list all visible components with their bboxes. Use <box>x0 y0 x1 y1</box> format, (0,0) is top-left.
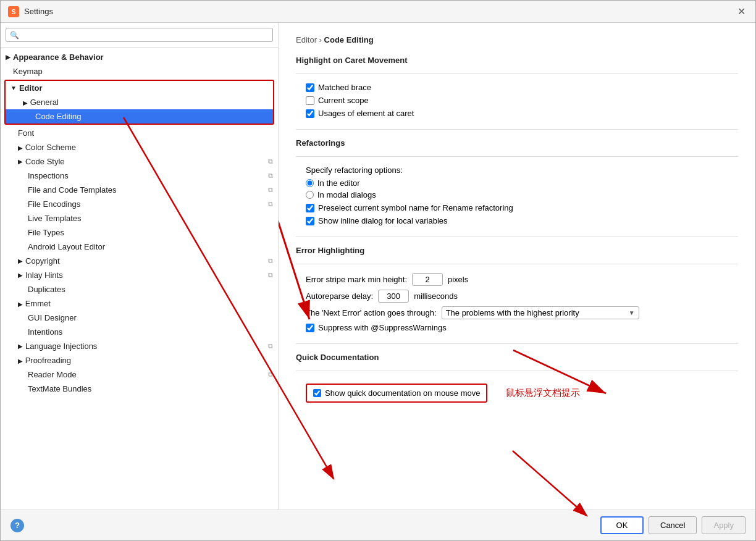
sidebar-item-inlay-hints[interactable]: ▶ Inlay Hints ⧉ <box>1 268 278 282</box>
chevron-right-icon: ▶ <box>23 99 28 106</box>
preselect-label[interactable]: Preselect current symbol name for Rename… <box>306 203 513 212</box>
sidebar-item-label: Editor <box>19 83 43 93</box>
close-button[interactable]: ✕ <box>735 4 748 19</box>
sidebar-item-textmate-bundles[interactable]: TextMate Bundles <box>1 382 278 396</box>
footer-buttons: OK Cancel Apply <box>600 516 746 534</box>
sidebar-item-live-templates[interactable]: Live Templates <box>1 211 278 225</box>
quick-doc-section: Quick Documentation Show quick documenta… <box>296 353 738 406</box>
current-scope-checkbox[interactable] <box>306 96 314 105</box>
quick-doc-checkbox[interactable] <box>313 389 321 397</box>
next-error-label: The 'Next Error' action goes through: <box>306 308 437 317</box>
help-button[interactable]: ? <box>10 519 24 532</box>
next-error-dropdown[interactable]: The problems with the highest priority ▼ <box>442 306 639 319</box>
quick-doc-label[interactable]: Show quick documentation on mouse move <box>313 388 480 398</box>
sidebar-item-color-scheme[interactable]: ▶ Color Scheme <box>1 140 278 154</box>
usages-label[interactable]: Usages of element at caret <box>306 109 414 118</box>
chevron-right-icon: ▶ <box>6 54 10 61</box>
show-inline-checkbox[interactable] <box>306 217 314 225</box>
sidebar-item-general[interactable]: ▶ General <box>6 95 273 109</box>
sidebar-item-code-editing[interactable]: Code Editing <box>6 109 273 124</box>
radio-modal[interactable] <box>306 191 314 199</box>
ok-button[interactable]: OK <box>600 516 644 534</box>
suppress-label[interactable]: Suppress with @SuppressWarnings <box>306 323 447 332</box>
radio-modal-label[interactable]: In modal dialogs <box>306 190 376 199</box>
sidebar-item-file-encodings[interactable]: File Encodings ⧉ <box>1 197 278 211</box>
sidebar-item-label: Inspections <box>28 171 69 180</box>
suppress-checkbox[interactable] <box>306 324 314 332</box>
sidebar-item-duplicates[interactable]: Duplicates <box>1 282 278 296</box>
usages-row: Usages of element at caret <box>306 109 738 118</box>
autoreparse-label: Autoreparse delay: <box>306 291 373 301</box>
sidebar-item-file-templates[interactable]: File and Code Templates ⧉ <box>1 183 278 197</box>
chevron-right-icon: ▶ <box>18 343 23 350</box>
sidebar-item-inspections[interactable]: Inspections ⧉ <box>1 169 278 183</box>
breadcrumb-current: Code Editing <box>324 35 374 44</box>
settings-tree: ▶ Appearance & Behavior Keymap ▼ Editor … <box>1 48 278 510</box>
sidebar-item-file-types[interactable]: File Types <box>1 225 278 240</box>
sidebar-item-code-style[interactable]: ▶ Code Style ⧉ <box>1 154 278 169</box>
autoreparse-row: Autoreparse delay: milliseconds <box>306 290 738 303</box>
suppress-text: Suppress with @SuppressWarnings <box>318 323 447 332</box>
stripe-input[interactable] <box>412 273 443 286</box>
current-scope-label[interactable]: Current scope <box>306 96 369 105</box>
sidebar-item-label: File Encodings <box>28 199 80 209</box>
sidebar-item-keymap[interactable]: Keymap <box>1 64 278 78</box>
sidebar-item-android-layout[interactable]: Android Layout Editor <box>1 240 278 254</box>
autoreparse-input[interactable] <box>378 290 409 303</box>
radio-editor[interactable] <box>306 179 314 187</box>
copy-icon: ⧉ <box>268 271 273 279</box>
copy-icon: ⧉ <box>268 342 273 350</box>
sidebar-item-label: Inlay Hints <box>25 270 63 280</box>
app-icon: S <box>8 6 19 17</box>
copy-icon: ⧉ <box>268 200 273 208</box>
matched-brace-checkbox[interactable] <box>306 83 314 92</box>
radio-editor-row: In the editor <box>306 178 738 188</box>
sidebar-item-gui-designer[interactable]: GUI Designer <box>1 311 278 325</box>
sidebar-item-emmet[interactable]: ▶ Emmet <box>1 296 278 311</box>
sidebar-item-editor[interactable]: ▼ Editor <box>6 81 273 95</box>
svg-line-3 <box>279 23 309 319</box>
sidebar-item-appearance[interactable]: ▶ Appearance & Behavior <box>1 50 278 64</box>
show-inline-row: Show inline dialog for local variables <box>306 216 738 225</box>
preselect-row: Preselect current symbol name for Rename… <box>306 203 738 212</box>
titlebar: S Settings ✕ <box>1 1 755 23</box>
error-section-title: Error Highlighting <box>296 246 738 255</box>
sidebar-item-intentions[interactable]: Intentions <box>1 325 278 339</box>
dialog-title: Settings <box>24 7 53 16</box>
breadcrumb-parent: Editor <box>296 35 317 44</box>
search-input[interactable] <box>22 30 269 40</box>
usages-checkbox[interactable] <box>306 109 314 118</box>
sidebar-item-copyright[interactable]: ▶ Copyright ⧉ <box>1 254 278 268</box>
next-error-row: The 'Next Error' action goes through: Th… <box>306 306 738 319</box>
sidebar-item-language-injections[interactable]: ▶ Language Injections ⧉ <box>1 339 278 353</box>
sidebar-item-label: Appearance & Behavior <box>13 52 104 62</box>
sidebar-item-font[interactable]: Font <box>1 126 278 140</box>
autoreparse-unit: milliseconds <box>414 291 458 301</box>
sidebar-item-proofreading[interactable]: ▶ Proofreading <box>1 353 278 367</box>
footer: ? OK Cancel Apply <box>1 510 755 540</box>
sidebar-item-label: Code Style <box>25 157 65 166</box>
apply-button[interactable]: Apply <box>702 516 746 534</box>
preselect-checkbox[interactable] <box>306 204 314 212</box>
svg-text:S: S <box>12 9 16 15</box>
show-inline-label[interactable]: Show inline dialog for local variables <box>306 216 448 225</box>
next-error-value: The problems with the highest priority <box>446 308 579 317</box>
matched-brace-text: Matched brace <box>318 83 371 92</box>
matched-brace-label[interactable]: Matched brace <box>306 83 371 92</box>
radio-modal-row: In modal dialogs <box>306 190 738 199</box>
sidebar-item-reader-mode[interactable]: Reader Mode ⧉ <box>1 367 278 382</box>
sidebar-item-label: Duplicates <box>28 285 65 294</box>
radio-editor-label[interactable]: In the editor <box>306 178 360 188</box>
specify-label: Specify refactoring options: <box>306 166 738 175</box>
current-scope-row: Current scope <box>306 96 738 105</box>
annotation-text: 鼠标悬浮文档提示 <box>506 387 580 399</box>
breadcrumb: Editor › Code Editing <box>296 35 738 44</box>
sidebar-item-label: Keymap <box>13 67 43 76</box>
sidebar-item-label: Color Scheme <box>25 143 76 152</box>
sidebar-item-label: Proofreading <box>25 356 71 365</box>
refactorings-section-title: Refactorings <box>296 138 738 148</box>
search-wrapper[interactable]: 🔍 <box>6 28 273 42</box>
copy-icon: ⧉ <box>268 172 273 180</box>
cancel-button[interactable]: Cancel <box>649 516 697 534</box>
chevron-right-icon: ▶ <box>18 158 23 165</box>
